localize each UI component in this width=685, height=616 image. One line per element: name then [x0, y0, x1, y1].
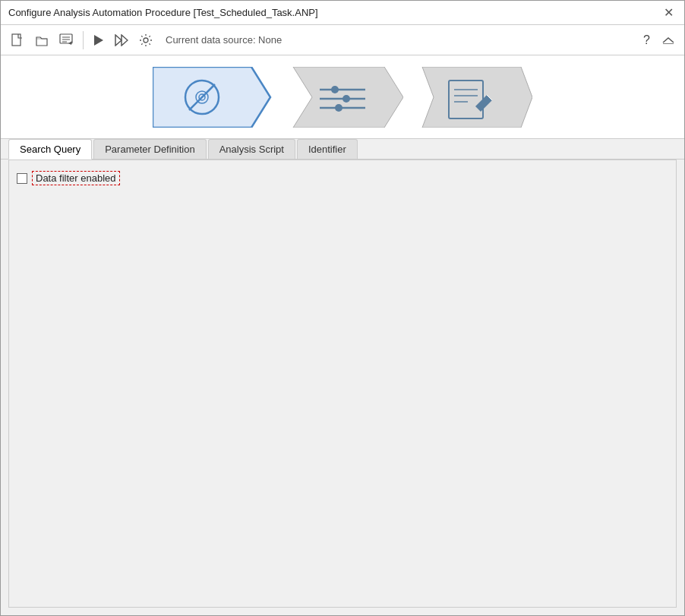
window-title: Configure Analysis Automation Procedure … [8, 7, 318, 18]
tab-parameter-definition[interactable]: Parameter Definition [93, 139, 207, 159]
steps-container [16, 63, 669, 131]
help-icon: ? [643, 33, 650, 47]
separator-1 [83, 31, 84, 49]
data-filter-label: Data filter enabled [32, 171, 120, 185]
tab-identifier[interactable]: Identifier [297, 139, 358, 159]
svg-rect-0 [12, 34, 21, 46]
new-icon [11, 33, 24, 47]
tab-analysis-script[interactable]: Analysis Script [208, 139, 295, 159]
help-button[interactable]: ? [639, 31, 654, 49]
step-button[interactable] [111, 32, 132, 49]
close-button[interactable]: ✕ [661, 5, 677, 21]
run-button[interactable] [90, 32, 108, 49]
tab-content-search-query: Data filter enabled [8, 160, 677, 608]
collapse-icon [662, 36, 674, 44]
main-window: Configure Analysis Automation Procedure … [0, 0, 685, 616]
svg-marker-6 [94, 35, 103, 46]
step-3-shape[interactable] [411, 67, 532, 128]
toolbar: Current data source: None ? [1, 25, 684, 55]
svg-point-9 [144, 38, 148, 43]
tab-search-query[interactable]: Search Query [8, 139, 92, 160]
title-bar: Configure Analysis Automation Procedure … [1, 1, 684, 25]
steps-area [1, 55, 684, 139]
svg-point-21 [342, 95, 350, 103]
data-filter-checkbox[interactable] [17, 173, 27, 184]
open-icon [35, 33, 49, 47]
svg-marker-7 [115, 35, 122, 46]
step-icon [115, 34, 128, 46]
svg-marker-8 [122, 35, 128, 46]
status-text: Current data source: None [166, 34, 282, 46]
settings-button[interactable] [135, 31, 156, 49]
svg-point-22 [335, 104, 342, 112]
run-icon [93, 34, 104, 46]
collapse-button[interactable] [658, 34, 678, 46]
tabs-bar: Search Query Parameter Definition Analys… [1, 139, 684, 160]
data-filter-row: Data filter enabled [17, 171, 668, 185]
edit-icon [59, 33, 73, 47]
new-button[interactable] [7, 31, 28, 49]
open-button[interactable] [31, 31, 52, 49]
step-2-shape[interactable] [282, 67, 403, 128]
edit-button[interactable] [55, 31, 77, 49]
step-1-shape[interactable] [153, 67, 274, 128]
toolbar-right: ? [639, 31, 678, 49]
svg-marker-11 [153, 67, 270, 128]
gear-icon [139, 33, 153, 47]
svg-point-20 [331, 86, 339, 93]
